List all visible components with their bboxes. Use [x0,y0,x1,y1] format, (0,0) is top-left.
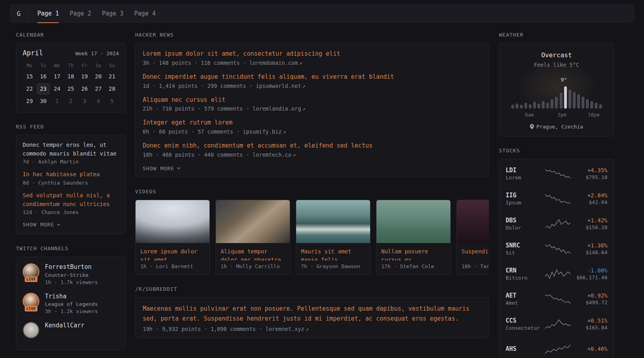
hackernews-section: HACKER NEWS Lorem ipsum dolor sit amet, … [135,32,489,177]
twitch-channel[interactable]: LIVE ForrestBurton Counter-Strike 1h · 1… [23,263,119,285]
stock-row: LDI Lorem +4.35% $795.18 [506,161,607,186]
calendar-header: April Week 17 · 2024 [23,49,119,57]
video-card[interactable]: Suspendisse diam 18h · Tara [456,200,489,275]
chevron-down-icon [57,224,60,226]
hn-item: Aliquam nec cursus elit 21h · 710 points… [143,96,481,112]
stock-price: $156.28 [570,224,607,230]
reddit-widget: Maecenas mollis pulvinar erat non posuer… [135,297,489,339]
stock-name: Ipsum [506,200,545,206]
stock-price: $165.84 [570,325,607,331]
hn-meta-text[interactable]: 1d · 1,414 points · 299 comments · ipsum… [143,83,301,89]
weather-condition: Overcast [506,51,607,59]
rss-item: Sed volutpat nulla nisl, a condimentum n… [23,191,119,215]
hn-item-title[interactable]: Donec imperdiet augue tincidunt felis al… [143,73,481,82]
calendar-day: 20 [91,70,105,83]
stock-sparkline [545,168,570,180]
calendar-day: 15 [23,70,37,83]
stock-row: DBS Dolor +1.42% $156.28 [506,211,607,236]
videos-row: Lorem ipsum dolor sit amet consectetu… 1… [135,200,489,275]
video-meta: 17h · Stefan Cole [376,261,450,274]
hn-item-title[interactable]: Lorem ipsum dolor sit amet, consectetur … [143,50,481,58]
rss-item: Donec tempor eros leo, ut commodo mauris… [23,141,119,165]
twitch-channel[interactable]: LIVE Trisha League of Legends 3h · 1.2k … [23,293,119,315]
hn-item-meta: 6h · 60 points · 57 comments · ipsumify.… [143,128,481,135]
weather-bar [551,99,553,109]
stock-sparkline [545,218,570,230]
calendar-day: 19 [78,70,91,83]
day-header: Su [105,61,119,70]
day-header: Th [64,61,78,70]
video-title: Nullam posuere cursus ex [376,243,450,261]
time-label: 10pm [588,112,599,118]
stock-values: +1.36% $148.64 [570,242,607,255]
channel-info: ForrestBurton Counter-Strike 1h · 1.7k v… [45,263,98,285]
stock-identity: DBS Dolor [506,217,545,231]
live-badge: LIVE [25,306,37,311]
stock-values: +0.92% $499.72 [570,292,607,305]
stock-sparkline [545,293,570,305]
hn-item-title[interactable]: Integer eget rutrum lorem [143,119,481,127]
day-header: Fr [78,61,91,70]
hn-meta-text[interactable]: 3h · 148 points · 116 comments · loremdo… [143,60,298,66]
calendar-day: 21 [105,70,119,83]
hn-item: Lorem ipsum dolor sit amet, consectetur … [143,50,481,66]
calendar-day: 18 [64,70,78,83]
hn-item-title[interactable]: Aliquam nec cursus elit [143,96,481,105]
location-pin-icon [530,124,534,129]
video-meta: 1h · Molly Carrillo [216,261,290,274]
weather-bar [529,104,531,109]
stock-symbol: AHS [506,345,545,352]
app-logo[interactable]: G [10,4,28,23]
tab-page-4[interactable]: Page 4 [134,4,156,23]
calendar-day: 30 [37,95,50,107]
calendar-day: 2 [64,95,78,107]
video-card[interactable]: Nullam posuere cursus ex 17h · Stefan Co… [376,200,451,275]
channel-name: KendallCarr [45,322,84,330]
hn-show-more-button[interactable]: SHOW MORE [143,165,180,173]
tab-page-1[interactable]: Page 1 [37,4,59,23]
hn-meta-text[interactable]: 21h · 710 points · 579 comments · loreml… [143,105,301,112]
stock-row: IIG Ipsum +2.84% $42.04 [506,186,607,211]
channel-name: ForrestBurton [45,263,98,271]
calendar-day: 3 [78,95,91,107]
hn-item-title[interactable]: Donec enim nibh, condimentum et accumsan… [143,142,481,150]
video-card[interactable]: Mauris sit amet massa felis 7h · Grayson… [296,200,370,275]
video-thumbnail [216,200,290,243]
stock-row: AET Amet +0.92% $499.72 [506,286,607,311]
weather-bar [582,97,584,109]
stock-price: $148.64 [570,249,607,255]
rss-widget: Donec tempor eros leo, ut commodo mauris… [16,135,126,234]
hackernews-widget: Lorem ipsum dolor sit amet, consectetur … [135,43,489,177]
stock-row: AHS +0.46% [506,337,607,358]
avatar: LIVE [23,293,39,309]
rss-show-more-button[interactable]: SHOW MORE [23,221,60,229]
reddit-meta-text[interactable]: 19h · 9,932 points · 1,090 comments · lo… [143,326,304,332]
twitch-channel[interactable]: KendallCarr [23,322,119,339]
video-card[interactable]: Lorem ipsum dolor sit amet consectetu… 1… [135,200,210,275]
calendar-day: 24 [50,83,64,95]
rss-item-title[interactable]: Donec tempor eros leo, ut commodo mauris… [23,141,119,158]
external-link-icon: ↗ [305,326,308,332]
twitch-section: TWITCH CHANNELS LIVE ForrestBurton Count… [16,245,126,350]
reddit-section: /R/SUBREDDIT Maecenas mollis pulvinar er… [135,286,489,339]
weather-time-labels: 6am 2pm 10pm [511,112,602,118]
stock-values: +1.42% $156.28 [570,217,607,230]
twitch-widget: LIVE ForrestBurton Counter-Strike 1h · 1… [16,257,126,350]
weather-bar [573,92,576,109]
tab-page-2[interactable]: Page 2 [70,4,91,23]
day-header: Tu [37,61,50,70]
hn-meta-text[interactable]: 16h · 468 points · 440 comments · loremt… [143,152,291,158]
weather-feels-like: Feels like 5°C [506,62,607,68]
external-link-icon: ↗ [293,152,296,158]
rss-item-title[interactable]: In hac habitasse platea [23,170,119,179]
stock-values: +0.51% $165.84 [570,317,607,331]
tab-page-3[interactable]: Page 3 [102,4,123,23]
hn-meta-text[interactable]: 6h · 60 points · 57 comments · ipsumify.… [143,128,282,135]
video-card[interactable]: Aliquam tempor dolor nec pharetra… 1h · … [215,200,290,275]
reddit-post-title[interactable]: Maecenas mollis pulvinar erat non posuer… [143,304,481,324]
weather-bar [577,94,580,109]
stock-price: $499.72 [570,300,607,305]
weather-bar [560,93,563,109]
stock-name: Dolor [506,225,545,231]
rss-item-title[interactable]: Sed volutpat nulla nisl, a condimentum n… [23,191,119,208]
